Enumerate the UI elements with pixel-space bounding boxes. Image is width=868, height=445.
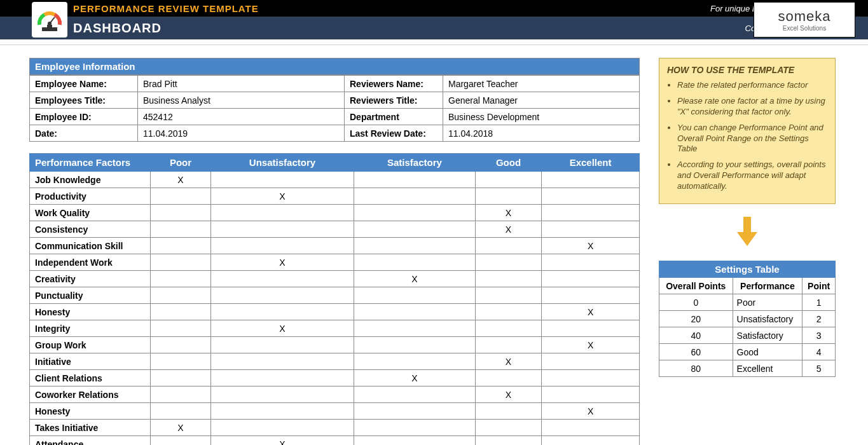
overall-points-cell[interactable]: 40 (659, 327, 733, 344)
rating-cell[interactable]: X (542, 304, 640, 320)
rating-cell[interactable] (475, 238, 541, 254)
rating-cell[interactable] (354, 205, 475, 221)
rating-cell[interactable] (151, 387, 211, 403)
rating-cell[interactable] (354, 172, 475, 188)
rating-cell[interactable] (542, 353, 640, 370)
rating-cell[interactable] (151, 188, 211, 205)
rating-cell[interactable] (542, 436, 640, 446)
rating-cell[interactable] (475, 436, 541, 446)
rating-cell[interactable] (210, 370, 354, 387)
rating-cell[interactable] (151, 271, 211, 287)
rating-cell[interactable]: X (542, 238, 640, 254)
performance-cell[interactable]: Satisfactory (733, 327, 803, 344)
rating-cell[interactable] (475, 188, 541, 205)
point-cell[interactable]: 5 (803, 360, 836, 377)
rating-cell[interactable] (151, 320, 211, 337)
rating-cell[interactable] (542, 172, 640, 188)
rating-cell[interactable] (354, 188, 475, 205)
field-value[interactable]: 11.04.2018 (443, 125, 640, 142)
rating-cell[interactable] (210, 353, 354, 370)
overall-points-cell[interactable]: 60 (659, 344, 733, 360)
field-value[interactable]: General Manager (443, 92, 640, 109)
rating-cell[interactable] (210, 337, 354, 353)
rating-cell[interactable] (210, 420, 354, 436)
rating-cell[interactable] (210, 403, 354, 420)
rating-cell[interactable]: X (354, 370, 475, 387)
rating-cell[interactable] (475, 420, 541, 436)
rating-cell[interactable] (354, 337, 475, 353)
rating-cell[interactable]: X (475, 221, 541, 238)
field-value[interactable]: Brad Pitt (138, 76, 345, 92)
rating-cell[interactable] (151, 403, 211, 420)
overall-points-cell[interactable]: 80 (659, 360, 733, 377)
rating-cell[interactable] (354, 403, 475, 420)
rating-cell[interactable] (475, 172, 541, 188)
overall-points-cell[interactable]: 0 (659, 294, 733, 311)
rating-cell[interactable] (151, 287, 211, 304)
rating-cell[interactable]: X (210, 254, 354, 271)
rating-cell[interactable] (475, 254, 541, 271)
rating-cell[interactable] (151, 254, 211, 271)
rating-cell[interactable] (354, 254, 475, 271)
rating-cell[interactable]: X (210, 188, 354, 205)
rating-cell[interactable] (354, 420, 475, 436)
rating-cell[interactable] (354, 287, 475, 304)
rating-cell[interactable] (354, 238, 475, 254)
rating-cell[interactable]: X (542, 337, 640, 353)
rating-cell[interactable] (354, 304, 475, 320)
rating-cell[interactable] (542, 320, 640, 337)
performance-cell[interactable]: Poor (733, 294, 803, 311)
field-value[interactable]: 452412 (138, 109, 345, 125)
rating-cell[interactable] (151, 353, 211, 370)
rating-cell[interactable] (475, 304, 541, 320)
rating-cell[interactable]: X (475, 353, 541, 370)
rating-cell[interactable] (475, 370, 541, 387)
point-cell[interactable]: 3 (803, 327, 836, 344)
rating-cell[interactable] (354, 353, 475, 370)
rating-cell[interactable]: X (354, 271, 475, 287)
rating-cell[interactable] (151, 370, 211, 387)
field-value[interactable]: Business Analyst (138, 92, 345, 109)
point-cell[interactable]: 4 (803, 344, 836, 360)
point-cell[interactable]: 1 (803, 294, 836, 311)
rating-cell[interactable] (542, 271, 640, 287)
point-cell[interactable]: 2 (803, 311, 836, 327)
rating-cell[interactable] (542, 387, 640, 403)
field-value[interactable]: Business Development (443, 109, 640, 125)
rating-cell[interactable] (542, 254, 640, 271)
rating-cell[interactable] (151, 337, 211, 353)
rating-cell[interactable]: X (475, 205, 541, 221)
rating-cell[interactable] (210, 238, 354, 254)
rating-cell[interactable] (542, 420, 640, 436)
rating-cell[interactable] (542, 287, 640, 304)
field-value[interactable]: 11.04.2019 (138, 125, 345, 142)
rating-cell[interactable] (210, 205, 354, 221)
rating-cell[interactable] (542, 188, 640, 205)
rating-cell[interactable] (210, 271, 354, 287)
rating-cell[interactable] (210, 387, 354, 403)
performance-cell[interactable]: Unsatisfactory (733, 311, 803, 327)
rating-cell[interactable] (354, 221, 475, 238)
performance-cell[interactable]: Excellent (733, 360, 803, 377)
rating-cell[interactable] (475, 337, 541, 353)
rating-cell[interactable] (542, 370, 640, 387)
rating-cell[interactable]: X (210, 320, 354, 337)
rating-cell[interactable]: X (210, 436, 354, 446)
overall-points-cell[interactable]: 20 (659, 311, 733, 327)
rating-cell[interactable] (354, 320, 475, 337)
rating-cell[interactable] (210, 221, 354, 238)
rating-cell[interactable] (151, 304, 211, 320)
rating-cell[interactable] (354, 387, 475, 403)
performance-cell[interactable]: Good (733, 344, 803, 360)
rating-cell[interactable]: X (542, 403, 640, 420)
rating-cell[interactable] (210, 172, 354, 188)
rating-cell[interactable] (542, 205, 640, 221)
rating-cell[interactable] (475, 271, 541, 287)
rating-cell[interactable] (475, 320, 541, 337)
rating-cell[interactable] (151, 436, 211, 446)
rating-cell[interactable] (151, 238, 211, 254)
field-value[interactable]: Margaret Teacher (443, 76, 640, 92)
rating-cell[interactable]: X (151, 172, 211, 188)
rating-cell[interactable] (210, 304, 354, 320)
rating-cell[interactable] (475, 287, 541, 304)
